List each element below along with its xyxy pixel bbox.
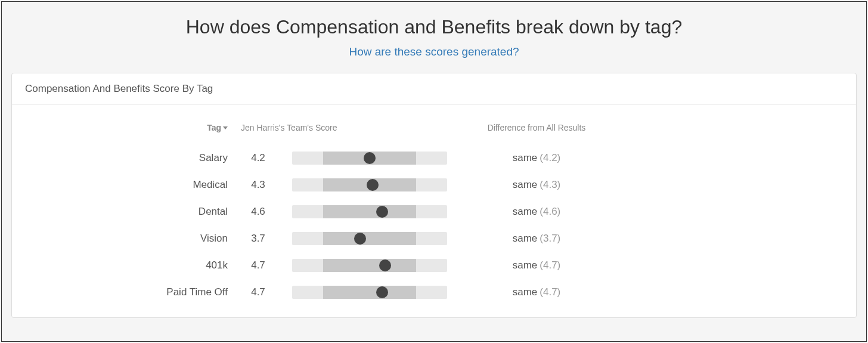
table-body: Salary4.2same(4.2)Medical4.3same(4.3)Den… bbox=[12, 144, 856, 305]
diff-cell: same(3.7) bbox=[459, 233, 614, 245]
bar-band bbox=[323, 205, 416, 218]
score-card: Compensation And Benefits Score By Tag T… bbox=[11, 73, 857, 318]
table-row: Dental4.6same(4.6) bbox=[12, 198, 856, 225]
diff-label: same bbox=[513, 286, 538, 298]
tag-column-label: Tag bbox=[207, 123, 221, 132]
table-row: Salary4.2same(4.2) bbox=[12, 144, 856, 171]
diff-column-label: Difference from All Results bbox=[459, 123, 614, 132]
tag-label: Paid Time Off bbox=[12, 286, 232, 298]
diff-cell: same(4.2) bbox=[459, 152, 614, 164]
tag-label: Medical bbox=[12, 179, 232, 191]
page-title: How does Compensation and Benefits break… bbox=[2, 2, 866, 45]
score-value: 4.6 bbox=[232, 206, 280, 218]
bar-marker bbox=[376, 206, 388, 218]
score-bar bbox=[280, 259, 459, 272]
score-value: 4.7 bbox=[232, 286, 280, 298]
tag-column-sort[interactable]: Tag bbox=[12, 123, 232, 132]
diff-value: (4.3) bbox=[540, 179, 560, 190]
score-column-label: Jen Harris's Team's Score bbox=[232, 123, 459, 132]
tag-label: Vision bbox=[12, 233, 232, 245]
score-bar bbox=[280, 152, 459, 165]
diff-cell: same(4.7) bbox=[459, 286, 614, 298]
tag-label: Dental bbox=[12, 206, 232, 218]
bar-track bbox=[292, 152, 447, 165]
score-bar bbox=[280, 205, 459, 218]
bar-band bbox=[323, 259, 416, 272]
bar-track bbox=[292, 205, 447, 218]
diff-value: (4.7) bbox=[540, 286, 560, 298]
diff-value: (4.6) bbox=[540, 206, 560, 217]
diff-label: same bbox=[513, 206, 538, 217]
bar-band bbox=[323, 286, 416, 299]
diff-value: (3.7) bbox=[540, 233, 560, 244]
diff-label: same bbox=[513, 233, 538, 244]
bar-track bbox=[292, 232, 447, 245]
score-value: 4.2 bbox=[232, 152, 280, 164]
help-link[interactable]: How are these scores generated? bbox=[349, 45, 519, 58]
table-row: 401k4.7same(4.7) bbox=[12, 252, 856, 279]
bar-marker bbox=[379, 259, 391, 271]
bar-track bbox=[292, 178, 447, 191]
diff-cell: same(4.6) bbox=[459, 206, 614, 218]
bar-marker bbox=[367, 179, 379, 191]
bar-marker bbox=[376, 286, 388, 298]
diff-cell: same(4.3) bbox=[459, 179, 614, 191]
score-table: Tag Jen Harris's Team's Score Difference… bbox=[12, 105, 856, 317]
diff-label: same bbox=[513, 152, 538, 163]
diff-value: (4.2) bbox=[540, 152, 560, 163]
bar-track bbox=[292, 286, 447, 299]
score-value: 3.7 bbox=[232, 233, 280, 245]
score-bar bbox=[280, 178, 459, 191]
app-frame: How does Compensation and Benefits break… bbox=[1, 1, 867, 342]
bar-marker bbox=[354, 233, 366, 245]
score-value: 4.3 bbox=[232, 179, 280, 191]
diff-label: same bbox=[513, 179, 538, 190]
help-link-container: How are these scores generated? bbox=[2, 45, 866, 73]
score-value: 4.7 bbox=[232, 259, 280, 271]
caret-down-icon bbox=[223, 126, 228, 129]
diff-cell: same(4.7) bbox=[459, 259, 614, 271]
score-bar bbox=[280, 232, 459, 245]
tag-label: Salary bbox=[12, 152, 232, 164]
table-row: Paid Time Off4.7same(4.7) bbox=[12, 279, 856, 305]
table-row: Medical4.3same(4.3) bbox=[12, 171, 856, 198]
tag-label: 401k bbox=[12, 259, 232, 271]
diff-label: same bbox=[513, 259, 538, 271]
card-header: Compensation And Benefits Score By Tag bbox=[12, 73, 856, 105]
bar-track bbox=[292, 259, 447, 272]
bar-band bbox=[323, 232, 416, 245]
diff-value: (4.7) bbox=[540, 259, 560, 271]
table-row: Vision3.7same(3.7) bbox=[12, 225, 856, 252]
bar-marker bbox=[364, 152, 376, 164]
table-header-row: Tag Jen Harris's Team's Score Difference… bbox=[12, 123, 856, 144]
score-bar bbox=[280, 286, 459, 299]
